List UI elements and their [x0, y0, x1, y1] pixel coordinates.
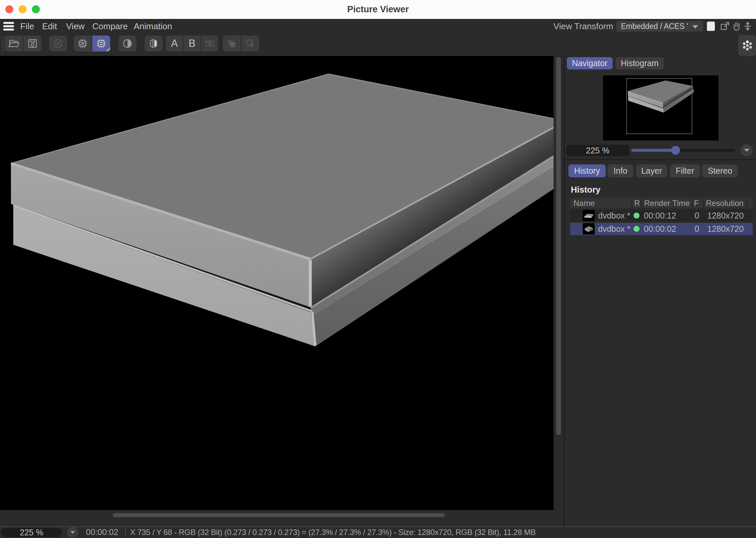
column-header-extra [747, 198, 753, 208]
render-settings-button[interactable] [738, 35, 756, 56]
statusbar-zoom-value[interactable]: 225 % [1, 528, 62, 537]
vertical-scrollbar-thumb[interactable] [556, 57, 561, 435]
tab-stereo[interactable]: Stereo [702, 164, 738, 177]
history-row-thumbnail [583, 223, 595, 234]
history-row-render-time: 00:00:12 [644, 210, 676, 222]
toolbar-drag-handle[interactable] [1, 37, 4, 52]
dvdbox-render [11, 74, 554, 346]
open-external-icon[interactable] [720, 21, 730, 31]
history-row-resolution: 1280x720 [707, 210, 744, 222]
status-dot-icon [634, 213, 640, 219]
swap-ab-button[interactable] [201, 36, 218, 51]
tab-history[interactable]: History [568, 164, 606, 177]
tab-filter[interactable]: Filter [670, 164, 700, 177]
compare-contrast-button[interactable] [118, 36, 136, 51]
statusbar-separator [125, 528, 126, 536]
history-row-name: dvdbox * [598, 210, 630, 222]
horizontal-scrollbar-track[interactable] [0, 510, 554, 526]
history-row[interactable]: dvdbox * 00:00:12 0 1280x720 [570, 210, 753, 222]
statusbar-pixel-info: X 735 / Y 68 - RGB (32 Bit) (0.273 / 0.2… [130, 526, 536, 538]
column-header-render-time[interactable]: Render Time [642, 198, 692, 208]
save-button[interactable] [24, 36, 41, 51]
image-viewport[interactable] [0, 56, 554, 510]
tab-histogram[interactable]: Histogram [616, 57, 664, 69]
render-region-button[interactable] [74, 36, 92, 51]
statusbar-zoom-dropdown[interactable] [67, 527, 78, 538]
menu-view[interactable]: View [66, 19, 85, 34]
column-header-f[interactable]: F [693, 198, 703, 208]
menu-edit[interactable]: Edit [42, 19, 57, 34]
history-row-resolution: 1280x720 [707, 223, 744, 235]
history-row-render-time: 00:00:02 [644, 223, 676, 235]
copy-image-button[interactable] [223, 36, 241, 51]
chevron-down-icon [70, 531, 75, 534]
history-row-frame: 0 [693, 210, 699, 222]
tab-navigator[interactable]: Navigator [567, 57, 613, 69]
rendered-image [0, 56, 554, 510]
chevron-down-icon [744, 149, 749, 152]
chevron-down-icon [692, 25, 698, 29]
history-row-selected[interactable]: dvdbox * 00:00:02 0 1280x720 [570, 223, 753, 235]
menu-file[interactable]: File [20, 19, 34, 34]
history-row-name: dvdbox * [598, 223, 630, 235]
history-row-thumbnail [583, 210, 595, 221]
toggle-panel-icon[interactable] [707, 22, 715, 31]
status-dot-icon [634, 226, 640, 232]
vertical-move-icon[interactable] [743, 21, 753, 31]
column-header-name[interactable]: Name [570, 198, 631, 208]
ab-flip-button[interactable] [145, 36, 163, 51]
view-transform-select[interactable]: Embedded / ACES ' [616, 21, 703, 32]
column-header-r[interactable]: R [633, 198, 641, 208]
toolbar: A B [0, 34, 756, 56]
hand-pan-icon[interactable] [731, 21, 741, 31]
navigator-preview-image [628, 80, 694, 113]
navigator-preview[interactable] [603, 75, 718, 140]
statusbar-render-time: 00:00:02 [86, 526, 118, 538]
section-separator [565, 159, 756, 160]
panel-separator [564, 56, 565, 526]
navigator-zoom-value[interactable]: 225 % [566, 145, 629, 156]
tab-layer[interactable]: Layer [636, 164, 667, 177]
use-as-filter-button[interactable] [241, 36, 259, 51]
zoom-slider-handle[interactable] [671, 146, 680, 155]
zoom-slider-track-filled[interactable] [631, 149, 675, 152]
tab-info[interactable]: Info [608, 164, 633, 177]
menu-bar: File Edit View Compare Animation View Tr… [0, 19, 756, 34]
history-heading: History [571, 185, 601, 195]
molecule-icon [740, 39, 754, 52]
horizontal-scrollbar-thumb[interactable] [113, 513, 445, 517]
hamburger-menu-icon[interactable] [3, 22, 14, 31]
corner-fold [106, 47, 110, 51]
picture-viewer-window: Picture Viewer File Edit View Compare An… [0, 0, 756, 538]
window-title: Picture Viewer [0, 0, 756, 19]
menu-compare[interactable]: Compare [92, 19, 128, 34]
menu-animation[interactable]: Animation [134, 19, 172, 34]
stop-render-button[interactable] [49, 36, 67, 51]
render-all-button[interactable] [92, 36, 110, 51]
open-button[interactable] [5, 36, 23, 51]
image-b-button[interactable]: B [184, 36, 200, 51]
view-transform-label: View Transform [554, 19, 613, 34]
image-a-button[interactable]: A [166, 36, 183, 51]
column-header-resolution[interactable]: Resolution [704, 198, 746, 208]
history-row-frame: 0 [693, 223, 699, 235]
zoom-preset-dropdown[interactable] [740, 144, 753, 156]
zoom-slider-track[interactable] [675, 149, 735, 152]
title-bar: Picture Viewer [0, 0, 756, 19]
